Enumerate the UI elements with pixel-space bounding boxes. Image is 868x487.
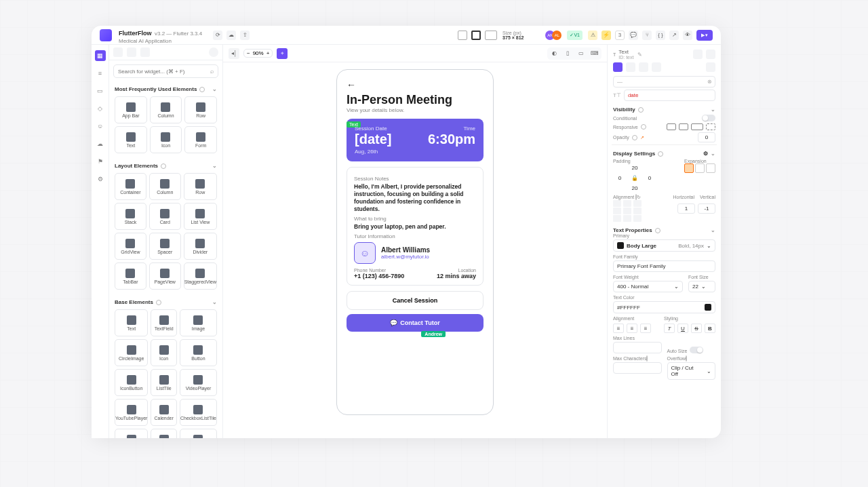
expansion-opt-2[interactable] (695, 163, 705, 173)
search-input[interactable] (118, 69, 208, 75)
widget-button[interactable]: Button (180, 339, 217, 366)
widget-textfield[interactable]: TextField (151, 309, 177, 336)
collaborator-avatars[interactable]: AN AL (548, 31, 561, 40)
back-button[interactable]: ◂│ (229, 48, 239, 59)
resp-custom-icon[interactable] (706, 123, 715, 130)
section-frequent[interactable]: Most Frequently Used Elements⌄ (109, 82, 222, 95)
widget-form[interactable]: Form (184, 126, 217, 153)
widget-listtile[interactable]: ListTile (151, 369, 177, 396)
target-button[interactable]: ⌖ (277, 48, 288, 59)
widget-card[interactable]: Card (149, 203, 181, 230)
widget-pageview[interactable]: PageView (149, 262, 181, 290)
prop-tab-link-icon[interactable] (693, 50, 703, 59)
tutor-email[interactable]: albert.w@mytutor.io (381, 254, 430, 260)
widget-column[interactable]: Column (149, 173, 181, 200)
strike-button[interactable]: S (691, 324, 702, 333)
bold-button[interactable]: B (705, 324, 715, 333)
chevron-down-icon[interactable]: ⌄ (711, 151, 715, 157)
underline-button[interactable]: U (677, 324, 688, 333)
lock-icon[interactable]: 🔒 (628, 174, 642, 182)
rail-data-icon[interactable]: ◇ (95, 103, 106, 114)
font-weight-select[interactable]: 400 - Normal⌄ (613, 281, 683, 292)
widget-divider[interactable]: Divider (184, 233, 217, 260)
export-icon[interactable]: ⇪ (240, 31, 250, 40)
widget-gridview[interactable]: GridView (115, 233, 146, 260)
widget-iconbutton[interactable]: IconButton (115, 369, 148, 396)
align-left-button[interactable]: ≡ (613, 324, 624, 333)
lightning-icon[interactable]: ⚡ (601, 31, 611, 40)
align-right-button[interactable]: ≡ (640, 324, 651, 333)
widget-stack[interactable]: Stack (115, 203, 146, 230)
widget-image[interactable]: Image (180, 309, 217, 336)
widget-list-view[interactable]: List View (184, 203, 217, 230)
open-icon[interactable]: ↗ (669, 31, 679, 40)
widget-app-bar[interactable]: App Bar (115, 96, 147, 123)
resp-tablet-icon[interactable] (679, 123, 688, 130)
widget-column[interactable]: Column (150, 96, 182, 123)
widget-spacer[interactable]: Spacer (149, 233, 181, 260)
chevron-down-icon[interactable]: ⌄ (711, 227, 715, 233)
panel-info-icon[interactable] (209, 47, 218, 57)
section-layout[interactable]: Layout Elements⌄ (109, 159, 222, 172)
horizontal-input[interactable]: 1 (677, 203, 695, 214)
cancel-session-button[interactable]: Cancel Session (347, 291, 484, 310)
widget-row[interactable]: Row (184, 96, 217, 123)
padding-editor[interactable]: 20 0🔒0 20 (613, 163, 656, 193)
prop-tab-4[interactable] (652, 62, 661, 72)
auto-size-toggle[interactable] (690, 347, 703, 353)
clear-icon[interactable]: ⊗ (707, 79, 712, 85)
expansion-opt-3[interactable] (706, 163, 715, 173)
widget-text[interactable]: Text (115, 126, 147, 153)
widget-videoplayer[interactable]: VideoPlayer (180, 369, 217, 396)
widget-text[interactable]: Text (115, 309, 148, 336)
font-family-select[interactable]: Primary Font Family (613, 260, 715, 272)
conditional-toggle[interactable] (702, 115, 715, 121)
resp-desktop-icon[interactable] (691, 123, 703, 130)
edit-icon[interactable]: ✎ (637, 52, 642, 58)
branch-icon[interactable]: ⑂ (642, 31, 652, 40)
reset-icon[interactable]: ↻ (637, 195, 641, 199)
rail-settings-icon[interactable]: ⚙ (95, 174, 106, 184)
rail-page-icon[interactable]: ▭ (95, 85, 106, 96)
text-color-input[interactable]: #FFFFFF (613, 301, 715, 313)
dark-mode-icon[interactable]: ◐ (549, 49, 559, 58)
cloud-icon[interactable]: ☁ (226, 31, 236, 40)
zoom-in-button[interactable]: + (267, 50, 270, 56)
widget-search[interactable]: ⌕ (113, 64, 218, 78)
code-icon[interactable]: { } (656, 31, 665, 40)
widget-icon[interactable]: Icon (151, 339, 177, 366)
rail-widgets-icon[interactable]: ▦ (95, 50, 106, 61)
run-button[interactable]: ▶ ▾ (696, 30, 713, 41)
widget-youtubeplayer[interactable]: YouTubePlayer (115, 399, 148, 426)
prop-tab-5[interactable] (706, 62, 715, 72)
max-chars-input[interactable] (613, 362, 662, 374)
widget-audioplayer[interactable]: AudioPlayer (180, 429, 217, 438)
widget-circleimage[interactable]: CircleImage (115, 339, 148, 366)
widget-toggleicon[interactable]: ToggleIcon (151, 429, 177, 438)
rail-users-icon[interactable]: ☺ (95, 121, 106, 132)
widget-icon[interactable]: Icon (150, 126, 182, 153)
opacity-input[interactable]: 0 (698, 132, 715, 142)
vertical-input[interactable]: -1 (698, 203, 715, 214)
dev-tablet-icon[interactable]: ▭ (576, 49, 587, 58)
device-desktop-icon[interactable] (485, 31, 497, 40)
widget-container[interactable]: Container (115, 173, 146, 200)
device-mobile-icon[interactable] (458, 31, 467, 40)
max-lines-input[interactable] (613, 342, 662, 353)
font-size-input[interactable]: 22⌄ (688, 281, 715, 292)
prop-tab-2[interactable] (626, 62, 635, 72)
rail-list-icon[interactable]: ≡ (95, 68, 106, 79)
prop-tab-1[interactable] (613, 62, 623, 72)
widget-calender[interactable]: Calender (151, 399, 177, 426)
warning-icon[interactable]: ⚠ (588, 31, 597, 40)
eye-icon[interactable]: 👁 (683, 31, 692, 40)
contact-tutor-button[interactable]: 💬 Contact Tutor Andrew (347, 314, 484, 332)
widget-row[interactable]: Row (184, 173, 217, 200)
expansion-opt-1[interactable] (684, 163, 694, 173)
rail-cloud-icon[interactable]: ☁ (95, 138, 106, 149)
dev-keyboard-icon[interactable]: ⌨ (589, 49, 600, 58)
comment-icon[interactable]: 💬 (629, 31, 638, 40)
widget-checkboxlisttile[interactable]: CheckboxListTile (180, 399, 217, 426)
widget-staggeredview[interactable]: StaggeredView (184, 262, 217, 290)
back-arrow-icon[interactable]: ← (347, 79, 484, 90)
